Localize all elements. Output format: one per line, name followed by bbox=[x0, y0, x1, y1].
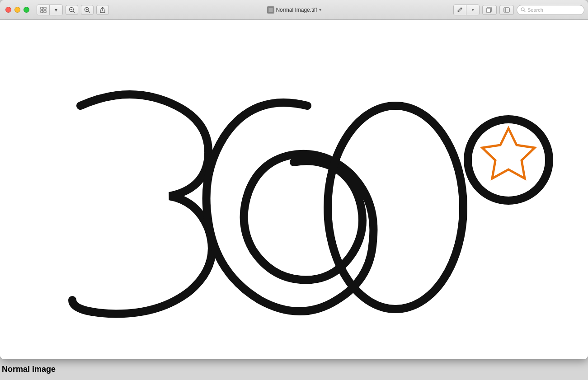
svg-rect-3 bbox=[44, 10, 46, 13]
right-toolbar: ▾ Search bbox=[453, 5, 584, 15]
view-chevron-button[interactable]: ▾ bbox=[50, 5, 62, 15]
main-image-svg bbox=[0, 20, 588, 359]
search-placeholder: Search bbox=[527, 7, 543, 13]
svg-rect-14 bbox=[504, 8, 509, 12]
window-title: Normal Image.tiff bbox=[276, 7, 317, 13]
caption-area: Normal image bbox=[0, 365, 588, 374]
caption-text: Normal image bbox=[2, 365, 56, 374]
file-icon bbox=[267, 6, 274, 14]
traffic-lights bbox=[5, 7, 29, 13]
share-button[interactable] bbox=[96, 5, 109, 15]
close-button[interactable] bbox=[5, 7, 11, 13]
copy-button[interactable] bbox=[482, 5, 497, 15]
svg-line-17 bbox=[524, 11, 526, 12]
svg-rect-1 bbox=[44, 7, 46, 9]
svg-line-10 bbox=[89, 11, 90, 12]
svg-rect-11 bbox=[268, 8, 273, 12]
svg-point-16 bbox=[521, 8, 524, 11]
view-toggle-group: ▾ bbox=[37, 5, 63, 15]
svg-rect-13 bbox=[487, 8, 490, 13]
left-toolbar: ▾ bbox=[37, 5, 109, 15]
title-chevron[interactable]: ▾ bbox=[319, 7, 321, 12]
edit-chevron-button[interactable]: ▾ bbox=[466, 5, 479, 15]
titlebar: ▾ bbox=[0, 0, 588, 20]
zoom-out-button[interactable] bbox=[66, 5, 78, 15]
zoom-in-button[interactable] bbox=[81, 5, 94, 15]
titlebar-title-area: Normal Image.tiff ▾ bbox=[267, 6, 321, 14]
svg-rect-0 bbox=[41, 7, 43, 9]
edit-button-group: ▾ bbox=[453, 5, 480, 15]
sidebar-button[interactable] bbox=[499, 5, 514, 15]
search-input[interactable]: Search bbox=[517, 5, 584, 15]
edit-button[interactable] bbox=[454, 5, 466, 15]
preview-window: ▾ bbox=[0, 0, 588, 359]
svg-line-6 bbox=[73, 11, 75, 12]
svg-rect-2 bbox=[41, 10, 43, 13]
view-button[interactable] bbox=[37, 5, 50, 15]
maximize-button[interactable] bbox=[24, 7, 29, 13]
image-canvas bbox=[0, 20, 588, 359]
minimize-button[interactable] bbox=[14, 7, 20, 13]
